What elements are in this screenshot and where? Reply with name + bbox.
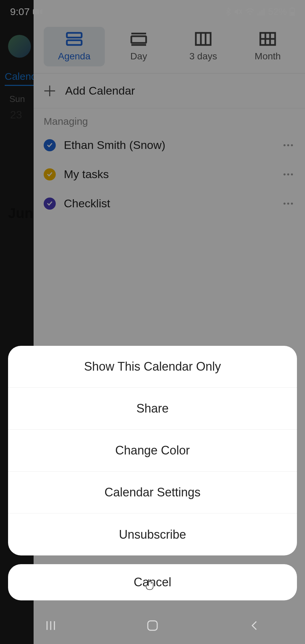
nav-recent-button[interactable] — [42, 617, 59, 634]
sheet-item-share[interactable]: Share — [8, 388, 297, 430]
cancel-button[interactable]: Cancel — [8, 564, 297, 600]
action-sheet-container: Show This Calendar Only Share Change Col… — [8, 346, 297, 600]
nav-home-button[interactable] — [144, 617, 161, 634]
sheet-item-show-only[interactable]: Show This Calendar Only — [8, 346, 297, 388]
sheet-item-unsubscribe[interactable]: Unsubscribe — [8, 514, 297, 555]
sheet-item-change-color[interactable]: Change Color — [8, 430, 297, 472]
action-sheet: Show This Calendar Only Share Change Col… — [8, 346, 297, 555]
svg-rect-28 — [148, 621, 157, 630]
nav-back-button[interactable] — [246, 617, 263, 634]
nav-bar — [0, 607, 305, 644]
sheet-item-calendar-settings[interactable]: Calendar Settings — [8, 472, 297, 514]
cancel-label: Cancel — [134, 575, 171, 589]
